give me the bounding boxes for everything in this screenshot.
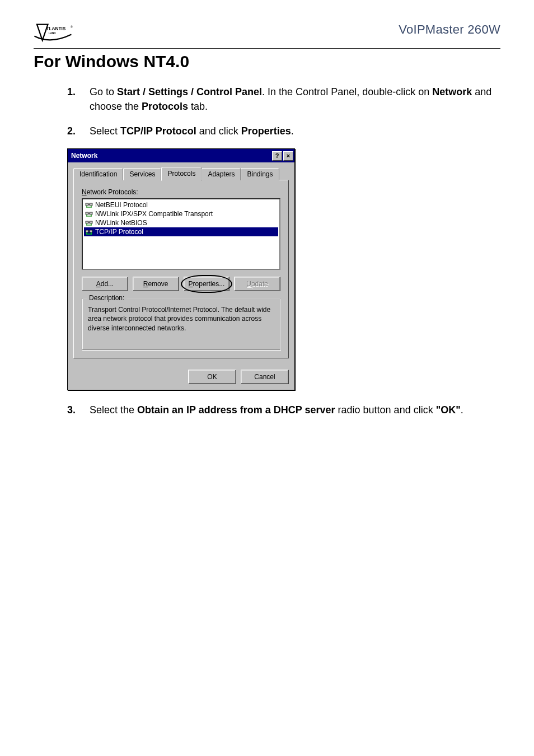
list-label: Network Protocols:: [82, 188, 280, 196]
title-bar[interactable]: Network ? ×: [68, 149, 294, 162]
svg-rect-12: [86, 221, 88, 223]
step1-bold2: Network: [432, 86, 472, 97]
step2-text2: and click: [196, 125, 241, 137]
step3-text2: radio button and click: [335, 404, 436, 416]
step1-bold3: Protocols: [142, 101, 188, 112]
step2-bold1: TCP/IP Protocol: [120, 125, 196, 137]
update-button: Update: [234, 277, 280, 291]
step3-text3: .: [461, 404, 463, 416]
svg-rect-0: [86, 203, 88, 206]
tab-bindings[interactable]: Bindings: [241, 168, 279, 180]
svg-rect-1: [90, 203, 92, 206]
tab-identification[interactable]: Identification: [73, 168, 123, 180]
step3-text: Select the: [90, 404, 137, 416]
close-button[interactable]: ×: [283, 151, 293, 161]
step2-text3: .: [291, 125, 294, 137]
help-button[interactable]: ?: [272, 151, 282, 161]
description-text: Transport Control Protocol/Internet Prot…: [88, 305, 274, 333]
step1-text4: tab.: [188, 101, 208, 112]
logo-text-top: TLANTIS: [46, 26, 66, 31]
properties-button[interactable]: Properties...: [184, 277, 230, 291]
list-item-label: NWLink NetBIOS: [95, 219, 147, 227]
protocol-icon: [85, 219, 93, 227]
svg-rect-6: [86, 212, 88, 214]
svg-rect-18: [86, 230, 88, 232]
list-item[interactable]: NetBEUI Protocol: [84, 200, 278, 209]
page-title: For Windows NT4.0: [34, 52, 500, 71]
protocol-icon: [85, 201, 93, 209]
list-item-label: NWLink IPX/SPX Compatible Transport: [95, 210, 213, 218]
atlantis-logo: TLANTIS ® LAND: [34, 22, 84, 45]
list-item-label: TCP/IP Protocol: [95, 228, 143, 236]
step2-text: Select: [90, 125, 120, 137]
logo-reg: ®: [71, 25, 73, 29]
step1-text: Go to: [90, 86, 117, 97]
svg-rect-7: [90, 212, 92, 214]
description-title: Description:: [87, 294, 127, 302]
remove-button[interactable]: Remove: [133, 277, 179, 291]
step3-bold2: "OK": [436, 404, 461, 416]
step1-text2: . In the Control Panel, double-click on: [262, 86, 432, 97]
step2-bold2: Properties: [241, 125, 291, 137]
product-label: VoIPMaster 260W: [399, 22, 500, 37]
list-item[interactable]: NWLink NetBIOS: [84, 218, 278, 227]
svg-rect-19: [90, 230, 92, 232]
step-2: Select TCP/IP Protocol and click Propert…: [67, 124, 500, 138]
tabs-row: Identification Services Protocols Adapte…: [73, 167, 289, 180]
list-item-label: NetBEUI Protocol: [95, 201, 148, 209]
protocol-icon: [85, 210, 93, 218]
tab-protocols[interactable]: Protocols: [161, 167, 202, 181]
step-3: Select the Obtain an IP address from a D…: [67, 403, 500, 417]
list-item[interactable]: NWLink IPX/SPX Compatible Transport: [84, 209, 278, 218]
step1-bold1: Start / Settings / Control Panel: [117, 86, 262, 97]
step3-bold1: Obtain an IP address from a DHCP server: [137, 404, 335, 416]
protocols-listbox[interactable]: NetBEUI Protocol NWLink IPX/SPX Compatib…: [82, 198, 280, 270]
add-button[interactable]: Add...: [82, 277, 128, 291]
cancel-button[interactable]: Cancel: [241, 370, 289, 384]
list-item-selected[interactable]: TCP/IP Protocol: [84, 227, 278, 236]
logo-text-bottom: LAND: [49, 32, 56, 35]
tab-services[interactable]: Services: [123, 168, 161, 180]
divider: [34, 48, 500, 49]
ok-button[interactable]: OK: [188, 370, 236, 384]
step-1: Go to Start / Settings / Control Panel. …: [67, 85, 500, 114]
protocol-icon: [85, 228, 93, 236]
description-groupbox: Description: Transport Control Protocol/…: [82, 298, 280, 350]
svg-rect-13: [90, 221, 92, 223]
dialog-title: Network: [71, 152, 97, 160]
tab-adapters[interactable]: Adapters: [202, 168, 241, 180]
protocols-panel: Network Protocols: NetBEUI Protocol NWLi…: [73, 180, 289, 358]
network-dialog: Network ? × Identification Services Prot…: [67, 148, 295, 390]
